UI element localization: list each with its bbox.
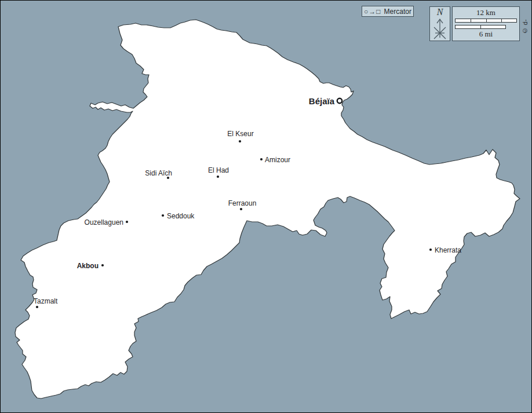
city-dot-marker xyxy=(239,140,241,142)
city-ring-marker xyxy=(337,98,342,103)
city-label: Ouzellaguen xyxy=(85,218,123,226)
city-label: Béjaïa xyxy=(309,96,335,106)
city-label: Sidi Aïch xyxy=(145,169,172,177)
projection-panel: ○→□ Mercator xyxy=(362,6,414,17)
city-label: Akbou xyxy=(77,262,99,270)
watermark: © d-maps.com xyxy=(520,4,530,49)
scale-tick xyxy=(471,19,471,23)
city-dot-marker xyxy=(167,177,169,179)
city-label: Amizour xyxy=(265,156,290,164)
scale-tick xyxy=(501,19,502,23)
city-label: Kherrata xyxy=(435,246,461,254)
city-label: Ferraoun xyxy=(228,199,257,207)
scale-km-label: 12 km xyxy=(453,9,519,17)
map-svg: BéjaïaEl KseurAmizourSidi AïchEl HadFerr… xyxy=(1,1,532,413)
city-label: Seddouk xyxy=(167,212,195,220)
circle-arrow-square-icon: ○→□ xyxy=(364,8,381,15)
scale-tick xyxy=(486,19,487,23)
compass-panel: N xyxy=(429,6,450,41)
city-dot-marker xyxy=(217,176,219,178)
compass-arrow-icon xyxy=(430,17,450,40)
city-dot-marker xyxy=(101,264,104,266)
city-dot-marker xyxy=(260,158,263,160)
scale-panel: 12 km 6 mi xyxy=(452,6,520,41)
city-dot-marker xyxy=(240,208,242,210)
city-7: Ouzellaguen xyxy=(85,218,128,226)
city-6: Seddouk xyxy=(162,212,195,220)
scale-tick xyxy=(480,25,481,29)
map-canvas: BéjaïaEl KseurAmizourSidi AïchEl HadFerr… xyxy=(0,0,532,413)
scale-mi-bar xyxy=(455,25,506,29)
scale-km-bar xyxy=(455,19,517,23)
scale-mi-label: 6 mi xyxy=(453,30,519,38)
city-10: Kherrata xyxy=(429,246,461,254)
city-label: Tazmalt xyxy=(34,297,58,305)
city-label: El Had xyxy=(208,166,229,174)
projection-label: Mercator xyxy=(384,8,411,15)
city-2: Amizour xyxy=(260,156,290,164)
city-label: El Kseur xyxy=(227,130,253,138)
north-label: N xyxy=(430,8,450,17)
city-dot-marker xyxy=(126,221,128,223)
city-dot-marker xyxy=(162,214,164,217)
city-dot-marker xyxy=(429,248,432,251)
city-dot-marker xyxy=(36,306,38,308)
